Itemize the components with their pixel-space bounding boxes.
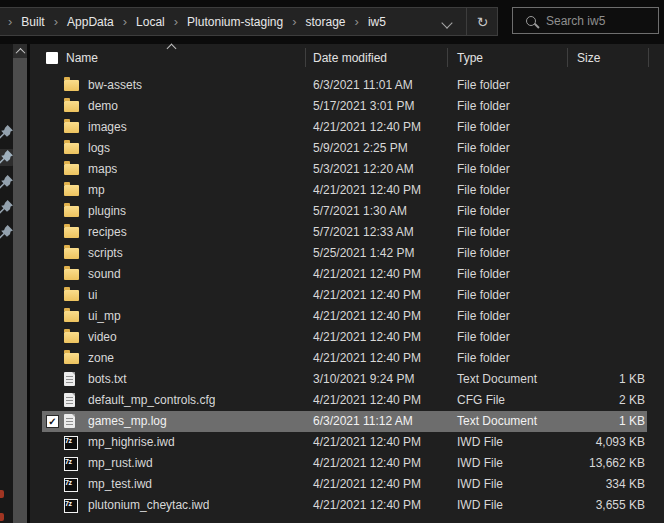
breadcrumb-item[interactable]: storage xyxy=(306,15,346,29)
folder-icon xyxy=(64,162,79,175)
file-date-modified: 4/21/2021 12:40 PM xyxy=(313,477,421,491)
file-type: File folder xyxy=(457,267,510,281)
table-row[interactable]: demo5/17/2021 3:01 PMFile folder xyxy=(30,96,664,117)
folder-icon xyxy=(64,309,79,322)
table-row[interactable]: ui_mp4/21/2021 12:40 PMFile folder xyxy=(30,306,664,327)
column-header-date[interactable]: Date modified xyxy=(313,51,387,65)
folder-icon xyxy=(64,183,79,196)
table-row[interactable]: plugins5/7/2021 1:30 AMFile folder xyxy=(30,201,664,222)
file-date-modified: 5/9/2021 2:25 PM xyxy=(313,141,408,155)
file-name: logs xyxy=(88,141,110,155)
file-name: plutonium_cheytac.iwd xyxy=(88,498,209,512)
table-row[interactable]: logs5/9/2021 2:25 PMFile folder xyxy=(30,138,664,159)
folder-icon xyxy=(64,225,79,238)
file-name: recipes xyxy=(88,225,127,239)
table-row[interactable]: ui4/21/2021 12:40 PMFile folder xyxy=(30,285,664,306)
file-type: File folder xyxy=(457,141,510,155)
breadcrumb-item[interactable]: Plutonium-staging xyxy=(187,15,283,29)
file-date-modified: 5/17/2021 3:01 PM xyxy=(313,99,414,113)
table-row[interactable]: sound4/21/2021 12:40 PMFile folder xyxy=(30,264,664,285)
breadcrumb-chevron-icon: › xyxy=(54,15,58,28)
breadcrumb-chevron-icon: › xyxy=(174,15,178,28)
file-size: 1 KB xyxy=(545,372,645,386)
table-row[interactable]: 7zmp_rust.iwd4/21/2021 12:40 PMIWD File1… xyxy=(30,453,664,474)
file-size: 334 KB xyxy=(545,477,645,491)
table-row[interactable]: zone4/21/2021 12:40 PMFile folder xyxy=(30,348,664,369)
column-divider[interactable] xyxy=(567,48,568,67)
search-icon xyxy=(526,16,536,26)
table-row[interactable]: scripts5/25/2021 1:42 PMFile folder xyxy=(30,243,664,264)
nav-scrollbar[interactable] xyxy=(13,44,27,523)
folder-icon xyxy=(64,351,79,364)
column-divider[interactable] xyxy=(447,48,448,67)
folder-icon xyxy=(64,288,79,301)
breadcrumb-item[interactable]: iw5 xyxy=(368,15,386,29)
file-type: File folder xyxy=(457,309,510,323)
pin-icon[interactable] xyxy=(0,174,14,191)
column-header-type[interactable]: Type xyxy=(457,51,483,65)
file-name: ui_mp xyxy=(88,309,121,323)
folder-icon xyxy=(64,330,79,343)
row-checkbox[interactable]: ✓ xyxy=(46,415,59,428)
file-size: 4,093 KB xyxy=(545,435,645,449)
pin-icon[interactable] xyxy=(0,124,14,141)
table-row[interactable]: ✓games_mp.log6/3/2021 11:12 AMText Docum… xyxy=(30,411,664,432)
breadcrumb-item[interactable]: AppData xyxy=(67,15,114,29)
file-name: demo xyxy=(88,99,118,113)
file-type: IWD File xyxy=(457,477,503,491)
table-row[interactable]: 7zplutonium_cheytac.iwd4/21/2021 12:40 P… xyxy=(30,495,664,516)
table-row[interactable]: recipes5/7/2021 12:33 AMFile folder xyxy=(30,222,664,243)
breadcrumb-chevron-icon: › xyxy=(123,15,127,28)
column-divider[interactable] xyxy=(305,48,306,67)
file-date-modified: 4/21/2021 12:40 PM xyxy=(313,309,421,323)
file-name: zone xyxy=(88,351,114,365)
refresh-button[interactable]: ↻ xyxy=(468,8,497,35)
file-date-modified: 5/25/2021 1:42 PM xyxy=(313,246,414,260)
breadcrumb-item[interactable]: Built xyxy=(21,15,44,29)
table-row[interactable]: default_mp_controls.cfg4/21/2021 12:40 P… xyxy=(30,390,664,411)
table-row[interactable]: mp4/21/2021 12:40 PMFile folder xyxy=(30,180,664,201)
scrollbar-up-arrow-icon[interactable] xyxy=(13,44,27,58)
pin-icon[interactable] xyxy=(0,149,14,166)
column-divider[interactable] xyxy=(648,48,649,67)
pin-icon[interactable] xyxy=(0,199,14,216)
column-header-size[interactable]: Size xyxy=(577,51,600,65)
file-type: IWD File xyxy=(457,435,503,449)
file-date-modified: 4/21/2021 12:40 PM xyxy=(313,183,421,197)
address-dropdown-chevron-icon[interactable] xyxy=(441,17,452,28)
file-date-modified: 3/10/2021 9:24 PM xyxy=(313,372,414,386)
table-row[interactable]: video4/21/2021 12:40 PMFile folder xyxy=(30,327,664,348)
table-row[interactable]: maps5/3/2021 12:20 AMFile folder xyxy=(30,159,664,180)
file-type: IWD File xyxy=(457,456,503,470)
file-date-modified: 4/21/2021 12:40 PM xyxy=(313,267,421,281)
file-name: ui xyxy=(88,288,97,302)
file-name: games_mp.log xyxy=(88,414,167,428)
pin-icon[interactable] xyxy=(0,224,14,241)
column-header-name[interactable]: Name xyxy=(66,51,98,65)
address-bar[interactable]: ›Built›AppData›Local›Plutonium-staging›s… xyxy=(0,7,498,36)
file-type: File folder xyxy=(457,351,510,365)
file-date-modified: 5/3/2021 12:20 AM xyxy=(313,162,414,176)
file-name: bw-assets xyxy=(88,78,142,92)
file-date-modified: 4/21/2021 12:40 PM xyxy=(313,456,421,470)
nav-item-icon-edge xyxy=(0,513,4,521)
table-row[interactable]: bw-assets6/3/2021 11:01 AMFile folder xyxy=(30,75,664,96)
select-all-checkbox[interactable] xyxy=(46,52,58,64)
search-input[interactable]: Search iw5 xyxy=(512,7,659,34)
file-type: File folder xyxy=(457,162,510,176)
table-row[interactable]: 7zmp_highrise.iwd4/21/2021 12:40 PMIWD F… xyxy=(30,432,664,453)
folder-icon xyxy=(64,141,79,154)
folder-icon xyxy=(64,99,79,112)
breadcrumb-item[interactable]: Local xyxy=(136,15,165,29)
table-row[interactable]: bots.txt3/10/2021 9:24 PMText Document1 … xyxy=(30,369,664,390)
file-date-modified: 4/21/2021 12:40 PM xyxy=(313,498,421,512)
file-name: plugins xyxy=(88,204,126,218)
search-placeholder: Search iw5 xyxy=(546,14,605,28)
breadcrumb-chevron-icon: › xyxy=(8,15,12,28)
file-name: mp_test.iwd xyxy=(88,477,152,491)
scrollbar-thumb[interactable] xyxy=(13,58,27,523)
table-row[interactable]: images4/21/2021 12:40 PMFile folder xyxy=(30,117,664,138)
archive-7z-icon: 7z xyxy=(64,477,78,492)
table-row[interactable]: 7zmp_test.iwd4/21/2021 12:40 PMIWD File3… xyxy=(30,474,664,495)
file-name: sound xyxy=(88,267,121,281)
